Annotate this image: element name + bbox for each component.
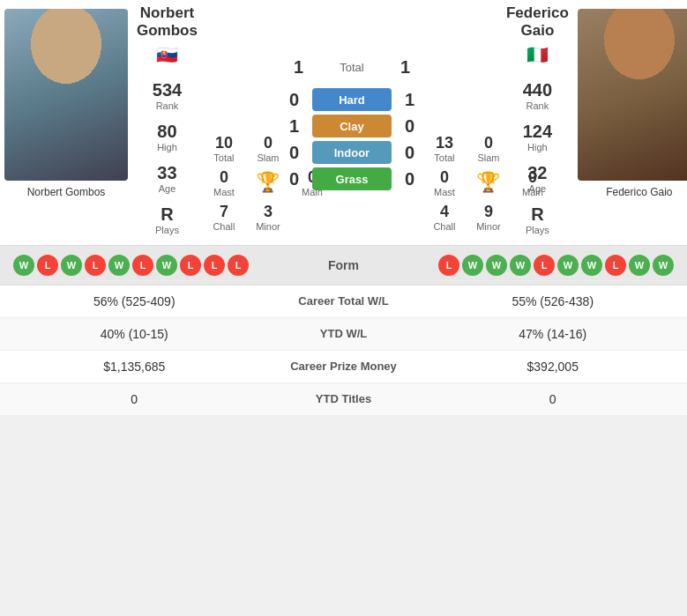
- surface-row-indoor: 0 Indoor 0: [283, 141, 421, 164]
- form-badge: W: [462, 255, 483, 276]
- player-right-name: Federico Gaio: [606, 186, 672, 198]
- form-badge: L: [85, 255, 106, 276]
- stats-left-val: 0: [13, 392, 256, 406]
- player-left-fullname: Norbert Gombos: [137, 4, 198, 41]
- form-badge: W: [486, 255, 507, 276]
- player-left-name-flag: Norbert Gombos 🇸🇰: [137, 4, 198, 71]
- form-badge: L: [132, 255, 153, 276]
- form-badge: L: [228, 255, 249, 276]
- stats-right-val: $392,005: [432, 360, 675, 374]
- stats-left-val: 40% (10-15): [13, 327, 256, 341]
- player-left-plays: R Plays: [155, 204, 179, 235]
- player-right-fullname: Federico Gaio: [506, 4, 569, 41]
- stats-left-val: $1,135,685: [13, 360, 256, 374]
- stats-center-label: YTD W/L: [256, 327, 432, 340]
- stats-right-val: 47% (14-16): [432, 327, 675, 341]
- main-container: Norbert Gombos Norbert Gombos 🇸🇰 534 Ran…: [0, 0, 687, 416]
- player-right-rank: 440 Rank: [523, 80, 552, 111]
- player-right-plays: R Plays: [526, 204, 549, 235]
- stats-right-val: 0: [432, 392, 675, 406]
- form-badge: L: [534, 255, 555, 276]
- player-right-name-flag: Federico Gaio 🇮🇹: [506, 4, 569, 71]
- player-left-rank: 534 Rank: [153, 80, 182, 111]
- form-badge: W: [61, 255, 82, 276]
- surface-row-grass: 0 Grass 0: [283, 167, 421, 190]
- stats-row: $1,135,685 Career Prize Money $392,005: [0, 351, 687, 383]
- player-left-flag: 🇸🇰: [156, 44, 178, 65]
- form-right: LWWWLWWLWW: [438, 255, 674, 276]
- player-left-high: 80 High: [157, 122, 177, 152]
- stats-center-label: Career Prize Money: [256, 360, 432, 373]
- stats-row: 56% (525-409) Career Total W/L 55% (526-…: [0, 286, 687, 318]
- form-label: Form: [309, 258, 379, 272]
- player-right-high: 124 High: [523, 122, 552, 152]
- players-section: Norbert Gombos Norbert Gombos 🇸🇰 534 Ran…: [0, 0, 687, 245]
- stats-row: 0 YTD Titles 0: [0, 383, 687, 416]
- surface-row-hard: 0 Hard 1: [283, 88, 421, 111]
- player-right-section: Federico Gaio: [573, 0, 687, 245]
- stats-center-label: Career Total W/L: [256, 294, 432, 308]
- player-right-info: Federico Gaio 🇮🇹 440 Rank 124 High 32 Ag…: [502, 0, 573, 245]
- form-badge: L: [37, 255, 58, 276]
- player-left-photo: [4, 9, 128, 181]
- form-badge: W: [629, 255, 650, 276]
- form-badge: L: [438, 255, 459, 276]
- player-right-wins: 13 Total 0 Slam 0 Mast 🏆 0 Main: [422, 0, 502, 245]
- player-left-name: Norbert Gombos: [27, 186, 106, 198]
- player-left-section: Norbert Gombos: [0, 0, 132, 245]
- surface-row-clay: 1 Clay 0: [283, 115, 421, 137]
- stats-right-val: 55% (526-438): [432, 294, 675, 308]
- player-right-age: 32 Age: [527, 163, 547, 194]
- total-row: 1 Total 1: [286, 57, 418, 78]
- player-left-wins: 10 Total 0 Slam 0 Mast 🏆 0 Main: [202, 0, 281, 245]
- stats-row: 40% (10-15) YTD W/L 47% (14-16): [0, 318, 687, 351]
- player-left-age: 33 Age: [157, 163, 176, 194]
- player-right-photo: [578, 9, 687, 181]
- form-badge: W: [108, 255, 130, 276]
- form-badge: W: [581, 255, 602, 276]
- form-badge: L: [605, 255, 626, 276]
- stats-left-val: 56% (525-409): [13, 294, 256, 308]
- form-badge: W: [13, 255, 34, 276]
- form-badge: W: [557, 255, 579, 276]
- form-badge: L: [204, 255, 225, 276]
- form-left: WLWLWLWLLL: [13, 255, 249, 276]
- stats-table: 56% (525-409) Career Total W/L 55% (526-…: [0, 286, 687, 416]
- form-badge: W: [510, 255, 531, 276]
- stats-center-label: YTD Titles: [256, 392, 432, 405]
- player-left-info: Norbert Gombos 🇸🇰 534 Rank 80 High 33 Ag…: [132, 0, 202, 245]
- form-badge: L: [180, 255, 201, 276]
- form-badge: W: [156, 255, 177, 276]
- form-section: WLWLWLWLLL Form LWWWLWWLWW: [0, 245, 687, 286]
- form-badge: W: [653, 255, 674, 276]
- surface-rows: 0 Hard 1 1 Clay 0 0 Indoor 0 0 Grass 0: [283, 85, 421, 194]
- player-right-flag: 🇮🇹: [526, 44, 549, 65]
- scores-center: 1 Total 1 0 Hard 1 1 Clay 0 0 Indoor 0 0…: [281, 0, 422, 245]
